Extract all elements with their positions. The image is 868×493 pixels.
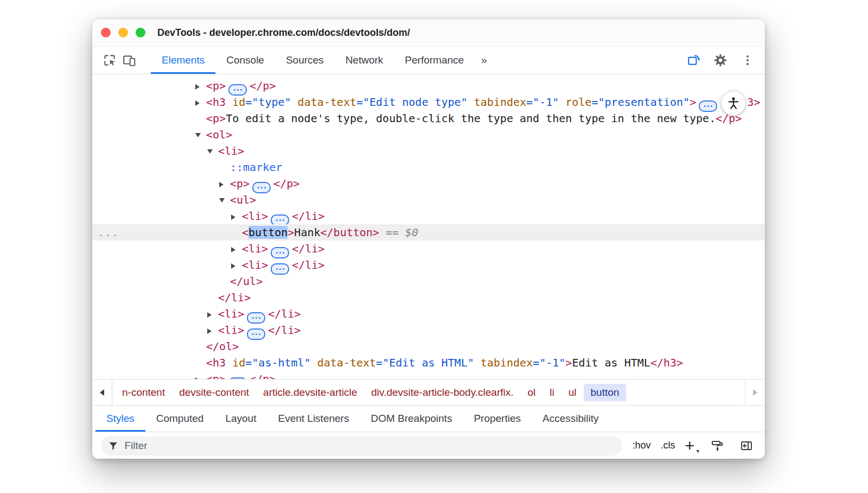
token-tag: </li> (292, 210, 324, 223)
token-marker: ::marker (230, 161, 282, 174)
traffic-lights (101, 28, 145, 37)
dom-node-line[interactable]: <li></li> (92, 208, 765, 224)
token-tag: <ul> (230, 193, 256, 206)
dom-node-line[interactable]: <li> (92, 143, 765, 159)
dom-node-line[interactable]: <li></li> (92, 306, 765, 322)
token-tag: <p> (230, 177, 250, 190)
breadcrumb-scroll-left-button[interactable] (92, 380, 112, 405)
screencast-icon[interactable] (684, 50, 703, 70)
close-window-icon[interactable] (101, 28, 111, 37)
devtools-window: DevTools - developer.chrome.com/docs/dev… (92, 19, 765, 459)
token-tag: <h3 (206, 356, 232, 369)
zoom-window-icon[interactable] (136, 28, 145, 37)
dom-node-line[interactable]: <li></li> (92, 257, 765, 273)
accessibility-indicator-icon (722, 91, 745, 115)
token-attr: data-text (317, 356, 376, 369)
panel-tab-computed[interactable]: Computed (145, 406, 215, 432)
dom-node-line[interactable]: <p></p> (92, 78, 765, 94)
dom-node-line[interactable]: <ol> (92, 127, 765, 143)
disclosure-right-icon[interactable] (219, 175, 230, 192)
breadcrumb-item-ol[interactable]: ol (521, 384, 543, 401)
filter-input-box[interactable] (101, 436, 622, 456)
dom-node-line[interactable]: <p>To edit a node's type, double-click t… (92, 110, 765, 127)
token-text: To edit a node's type, double-click the … (226, 112, 716, 125)
token-val: ="Edit as HTML" (376, 356, 474, 369)
token-tag: <li> (218, 307, 244, 320)
toggle-sidebar-icon[interactable] (737, 436, 756, 456)
dom-node-line[interactable]: </ul> (92, 273, 765, 289)
settings-gear-icon[interactable] (711, 50, 730, 70)
token-plain (311, 356, 317, 369)
row-more-indicator: ... (98, 224, 119, 241)
breadcrumb-item-div-devsite-article-body-clearfix-[interactable]: div.devsite-article-body.clearfix. (364, 384, 520, 401)
disclosure-right-icon[interactable] (195, 371, 206, 379)
panel-tab-styles[interactable]: Styles (95, 406, 145, 432)
dom-node-line[interactable]: <p></p> (92, 175, 765, 192)
token-tag: 3> (747, 96, 760, 109)
disclosure-down-icon[interactable] (219, 192, 230, 208)
token-attr: id (232, 356, 245, 369)
disclosure-right-icon[interactable] (207, 306, 218, 322)
more-options-kebab-icon[interactable] (738, 50, 757, 70)
token-attr: tabindex (481, 356, 533, 369)
device-toolbar-icon[interactable] (119, 50, 139, 70)
breadcrumb-scroll-right-button[interactable] (745, 380, 765, 405)
dom-node-line[interactable]: ...<button>Hank</button> == $0 (92, 224, 765, 241)
token-tag: </ol> (206, 340, 239, 353)
token-val: ="type" (245, 96, 291, 109)
disclosure-down-icon[interactable] (195, 127, 206, 143)
disclosure-right-icon[interactable] (195, 94, 206, 110)
panel-tab-layout[interactable]: Layout (214, 406, 267, 432)
element-classes-button[interactable]: .cls (660, 440, 675, 451)
minimize-window-icon[interactable] (118, 28, 128, 37)
dom-node-line[interactable]: <ul> (92, 192, 765, 208)
rendering-emulation-icon[interactable] (707, 436, 727, 456)
breadcrumb-item-article-devsite-article[interactable]: article.devsite-article (256, 384, 364, 401)
devtools-toolbar: ElementsConsoleSourcesNetworkPerformance… (92, 47, 765, 74)
token-val: ="Edit node type" (356, 96, 468, 109)
disclosure-right-icon[interactable] (231, 241, 242, 257)
toggle-element-state-button[interactable]: :hov (632, 440, 650, 451)
dom-node-line[interactable]: <li></li> (92, 322, 765, 338)
main-tabs: ElementsConsoleSourcesNetworkPerformance (151, 47, 475, 74)
dom-node-line[interactable]: <li></li> (92, 241, 765, 257)
disclosure-right-icon[interactable] (195, 78, 206, 94)
breadcrumb-item-li[interactable]: li (542, 384, 561, 401)
panel-tab-event-listeners[interactable]: Event Listeners (267, 406, 360, 432)
token-tag: </p> (250, 372, 276, 379)
new-style-rule-button[interactable]: + (685, 438, 698, 454)
token-plain (291, 96, 298, 109)
dom-node-line[interactable]: <h3 id="as-html" data-text="Edit as HTML… (92, 355, 765, 371)
dom-node-line[interactable]: ::marker (92, 159, 765, 175)
dom-node-line[interactable]: </li> (92, 289, 765, 306)
window-title: DevTools - developer.chrome.com/docs/dev… (157, 27, 410, 39)
chevron-left-icon (100, 389, 104, 396)
breadcrumb-item-n-content[interactable]: n-content (115, 384, 172, 401)
token-attr: id (232, 96, 245, 109)
dom-node-line[interactable]: <h3 id="type" data-text="Edit node type"… (92, 94, 765, 110)
disclosure-right-icon[interactable] (207, 322, 218, 338)
tab-performance[interactable]: Performance (394, 47, 475, 74)
disclosure-right-icon[interactable] (231, 208, 242, 224)
token-tag: <li> (242, 210, 268, 223)
panel-tab-dom-breakpoints[interactable]: DOM Breakpoints (360, 406, 463, 432)
tab-elements[interactable]: Elements (151, 47, 215, 74)
inspect-icon[interactable] (100, 50, 119, 70)
disclosure-right-icon[interactable] (231, 257, 242, 273)
panel-tab-accessibility[interactable]: Accessibility (532, 406, 609, 432)
token-tag: <ol> (206, 128, 232, 141)
more-tabs-chevron-icon[interactable]: » (475, 54, 494, 66)
tab-sources[interactable]: Sources (275, 47, 335, 74)
dom-node-line[interactable]: <p></p> (92, 371, 765, 379)
dom-node-line[interactable]: </ol> (92, 338, 765, 355)
panel-tab-properties[interactable]: Properties (463, 406, 532, 432)
filter-input[interactable] (123, 439, 615, 452)
tab-network[interactable]: Network (335, 47, 394, 74)
disclosure-down-icon[interactable] (207, 143, 218, 159)
breadcrumb-item-button[interactable]: button (584, 384, 627, 401)
token-eq: == (379, 226, 405, 239)
token-attr: data-text (298, 96, 356, 109)
breadcrumb-item-ul[interactable]: ul (561, 384, 584, 401)
breadcrumb-item-devsite-content[interactable]: devsite-content (172, 384, 256, 401)
tab-console[interactable]: Console (215, 47, 275, 74)
